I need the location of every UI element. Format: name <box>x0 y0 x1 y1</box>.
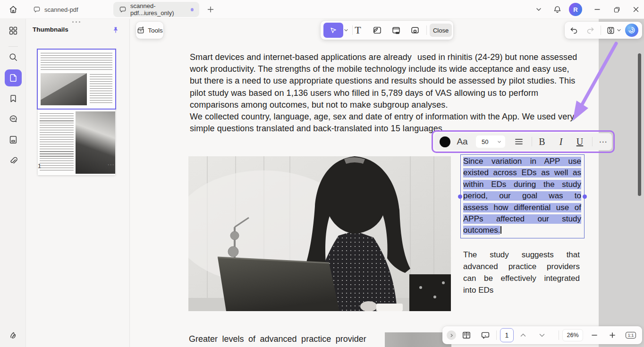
align-button[interactable] <box>512 133 526 150</box>
home-button[interactable] <box>7 3 20 16</box>
tabs-dropdown-button[interactable] <box>534 5 544 14</box>
plus-icon <box>609 331 616 339</box>
tab-doc-icon <box>119 6 127 13</box>
save-button[interactable] <box>604 25 617 36</box>
previous-page-button[interactable] <box>518 331 528 339</box>
paperclip-icon <box>8 156 18 165</box>
toolbar-divider <box>426 25 427 35</box>
image-tool-button[interactable] <box>370 23 385 38</box>
actual-size-button[interactable]: 1:1 <box>624 330 638 340</box>
sidebar-item-comments[interactable] <box>5 110 22 127</box>
font-style-button[interactable]: Aa <box>454 133 471 150</box>
maximize-button[interactable] <box>610 4 624 15</box>
more-options-button[interactable]: ⋯ <box>595 133 611 150</box>
vertical-scrollbar[interactable] <box>638 53 641 196</box>
thumb-text-column <box>40 113 74 171</box>
tab-label: scanned-pdf <box>44 6 78 13</box>
doc-text-line: pilot study was based on 1,136 users who… <box>190 87 582 99</box>
app-window: scanned-pdf scanned-pdf...iures_only) <box>0 0 644 347</box>
tab-label: scanned-pdf...iures_only) <box>130 2 187 17</box>
panel-title: Thumbnails <box>33 26 68 33</box>
ai-assistant-button[interactable] <box>625 24 638 37</box>
pin-panel-button[interactable] <box>110 25 121 36</box>
side-paragraph: The study suggests that advanced practic… <box>463 249 580 296</box>
sidebar-item-form-fields[interactable] <box>5 131 22 148</box>
selected-line: Since variation in APP use <box>463 157 581 166</box>
expand-statusbar-button[interactable] <box>447 330 456 340</box>
zoom-level-input[interactable]: 26% <box>562 329 583 341</box>
doc-text-line: comparisons among outcomes, but not to m… <box>190 99 582 111</box>
bookmark-icon <box>8 94 18 103</box>
titlebar: scanned-pdf scanned-pdf...iures_only) <box>0 0 644 19</box>
tab-scanned-pdf[interactable]: scanned-pdf <box>27 2 84 17</box>
bold-button[interactable]: B <box>533 133 551 150</box>
notifications-button[interactable] <box>551 4 563 15</box>
theme-swatch-icon <box>8 330 18 340</box>
comment-icon <box>8 114 18 124</box>
sidebar-item-bookmarks[interactable] <box>5 90 22 107</box>
history-toolbar <box>565 22 642 39</box>
text-tool-icon: T <box>355 24 361 36</box>
document-icon <box>8 135 18 144</box>
book-icon <box>462 330 471 340</box>
thumbnail-page-1[interactable] <box>38 50 115 175</box>
minimize-button[interactable] <box>590 4 604 15</box>
undo-button[interactable] <box>568 25 580 36</box>
thumbnail-more-button[interactable]: ⋯ <box>107 161 115 169</box>
next-page-button[interactable] <box>537 331 547 339</box>
sidebar-divider <box>8 46 18 47</box>
tools-button[interactable]: Tools <box>136 22 163 39</box>
page-number-input[interactable]: 1 <box>500 328 514 342</box>
canvas-background <box>599 19 644 347</box>
text-tool-button[interactable]: T <box>350 23 365 38</box>
selected-text-box[interactable]: Since variation in APP use existed acros… <box>460 154 585 238</box>
new-tab-button[interactable] <box>205 4 216 15</box>
underline-button[interactable]: U <box>570 133 589 150</box>
minus-icon <box>591 331 598 339</box>
sidebar-item-theme[interactable] <box>5 327 22 344</box>
sidebar-item-search[interactable] <box>5 49 22 66</box>
selected-text: Since variation in APP use existed acros… <box>463 157 581 235</box>
tab-doc-icon <box>33 6 41 13</box>
bell-icon <box>553 5 562 14</box>
close-window-button[interactable] <box>629 4 643 15</box>
location-card-icon <box>410 25 420 35</box>
doc-text-line: into EDs <box>463 284 580 296</box>
select-tool-dropdown[interactable] <box>342 25 350 35</box>
doc-text-line: We collected country, language, age, sex… <box>190 111 582 123</box>
doc-text-line: work productivity. The strengths of the … <box>190 63 582 75</box>
select-tool-button[interactable] <box>323 23 343 38</box>
italic-button[interactable]: I <box>551 133 570 150</box>
avatar[interactable]: R <box>569 3 582 16</box>
document-paragraph: Smart devices and internet-based applica… <box>190 51 582 135</box>
sidebar-item-apps[interactable] <box>5 22 22 39</box>
resize-handle-left[interactable] <box>458 195 462 199</box>
pin-icon <box>111 26 120 34</box>
icon-sidebar <box>0 19 26 347</box>
link-tool-button[interactable] <box>389 23 404 38</box>
panel-drag-handle[interactable] <box>72 21 80 23</box>
sidebar-item-attachments[interactable] <box>5 152 22 169</box>
edit-toolbar: T <box>321 21 453 40</box>
ai-swirl-icon <box>627 26 636 34</box>
unsaved-dot <box>191 8 194 11</box>
font-size-value: 50 <box>482 138 488 145</box>
save-icon <box>606 26 615 35</box>
location-tool-button[interactable] <box>407 23 423 38</box>
tab-scanned-pdf-figures[interactable]: scanned-pdf...iures_only) <box>113 2 199 17</box>
selected-line: assess how differential use of <box>463 203 581 212</box>
close-edit-button[interactable]: Close <box>430 24 452 37</box>
font-color-button[interactable] <box>438 133 451 150</box>
zoom-in-button[interactable] <box>607 330 618 340</box>
font-size-dropdown[interactable]: 50 <box>476 135 505 148</box>
zoom-out-button[interactable] <box>589 330 600 340</box>
format-toolbar: Aa 50 B I U ⋯ <box>434 133 612 150</box>
save-dropdown[interactable] <box>616 27 622 33</box>
toolbox-icon <box>136 26 145 34</box>
page-layout-button[interactable] <box>460 330 473 341</box>
reading-mode-button[interactable] <box>479 330 491 341</box>
redo-button[interactable] <box>584 25 596 36</box>
resize-handle-right[interactable] <box>583 195 587 199</box>
sidebar-item-thumbnails[interactable] <box>5 69 22 86</box>
chevron-up-icon <box>520 332 526 338</box>
